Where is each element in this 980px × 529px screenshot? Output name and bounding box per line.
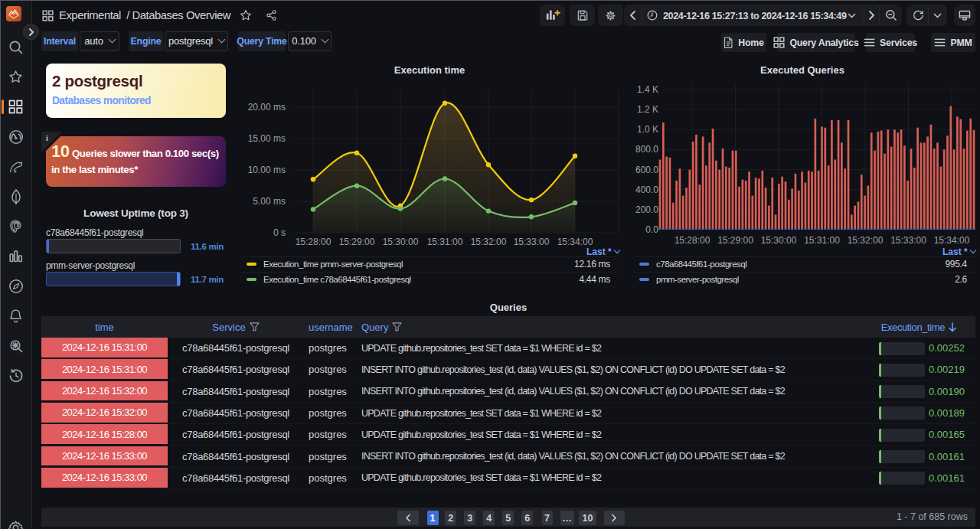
svg-text:15:29:00: 15:29:00: [339, 237, 375, 247]
svg-text:15.00 ms: 15.00 ms: [248, 133, 286, 144]
svg-text:800.0: 800.0: [635, 144, 658, 155]
svg-text:15:28:00: 15:28:00: [296, 237, 332, 247]
svg-text:15:31:00: 15:31:00: [427, 237, 463, 247]
svg-text:15:33:00: 15:33:00: [514, 237, 550, 247]
svg-text:10.00 ms: 10.00 ms: [248, 165, 286, 175]
svg-text:1.0 K: 1.0 K: [637, 124, 658, 135]
svg-text:20.00 ms: 20.00 ms: [248, 102, 286, 113]
svg-text:1.2 K: 1.2 K: [637, 104, 658, 115]
svg-text:15:34:00: 15:34:00: [557, 237, 593, 247]
svg-text:15:29:00: 15:29:00: [717, 235, 753, 246]
svg-text:0.0: 0.0: [645, 224, 658, 235]
svg-text:15:32:00: 15:32:00: [471, 237, 507, 247]
svg-text:15:30:00: 15:30:00: [761, 235, 797, 246]
svg-text:Execution time: Execution time: [394, 64, 465, 76]
svg-text:15:28:00: 15:28:00: [675, 235, 710, 246]
svg-text:15:34:00: 15:34:00: [934, 235, 970, 246]
svg-text:15:33:00: 15:33:00: [890, 235, 926, 246]
svg-text:1.4 K: 1.4 K: [637, 84, 658, 95]
svg-text:Executed Queries: Executed Queries: [760, 64, 844, 76]
svg-text:15:32:00: 15:32:00: [848, 235, 884, 246]
svg-text:400.0: 400.0: [635, 184, 658, 195]
svg-text:5.00 ms: 5.00 ms: [253, 196, 286, 207]
svg-text:0 s: 0 s: [273, 227, 286, 238]
svg-text:200.0: 200.0: [635, 204, 658, 215]
svg-text:15:30:00: 15:30:00: [383, 237, 419, 247]
svg-text:15:31:00: 15:31:00: [804, 235, 840, 246]
svg-text:600.0: 600.0: [635, 165, 658, 175]
